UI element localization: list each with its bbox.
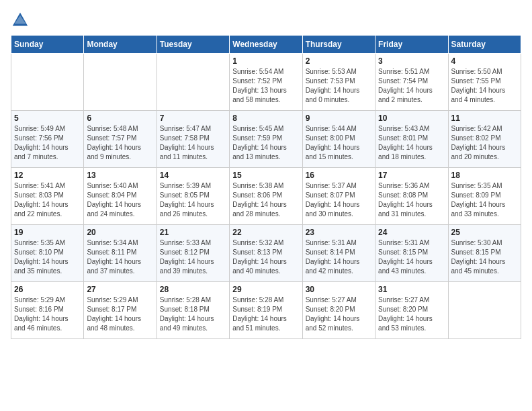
day-content: Sunrise: 5:27 AM Sunset: 8:20 PM Dayligh…: [306, 295, 372, 333]
day-content: Sunrise: 5:49 AM Sunset: 7:56 PM Dayligh…: [14, 124, 81, 162]
day-content: Sunrise: 5:37 AM Sunset: 8:07 PM Dayligh…: [306, 181, 372, 219]
header: [11, 11, 521, 30]
day-content: Sunrise: 5:29 AM Sunset: 8:17 PM Dayligh…: [87, 295, 153, 333]
calendar-cell: 23Sunrise: 5:31 AM Sunset: 8:14 PM Dayli…: [302, 225, 375, 282]
calendar-cell: 2Sunrise: 5:53 AM Sunset: 7:53 PM Daylig…: [302, 54, 375, 111]
day-number: 22: [232, 228, 299, 237]
calendar-cell: 31Sunrise: 5:27 AM Sunset: 8:20 PM Dayli…: [375, 282, 448, 339]
header-day-thursday: Thursday: [302, 36, 375, 54]
calendar-cell: [84, 54, 157, 111]
day-number: 14: [160, 171, 226, 180]
day-number: 18: [451, 171, 518, 180]
calendar-cell: 29Sunrise: 5:28 AM Sunset: 8:19 PM Dayli…: [230, 282, 302, 339]
day-number: 13: [87, 171, 153, 180]
calendar-cell: 10Sunrise: 5:43 AM Sunset: 8:01 PM Dayli…: [375, 111, 448, 168]
day-content: Sunrise: 5:31 AM Sunset: 8:14 PM Dayligh…: [306, 238, 372, 276]
day-content: Sunrise: 5:33 AM Sunset: 8:12 PM Dayligh…: [160, 238, 226, 276]
calendar-cell: [11, 54, 84, 111]
calendar-cell: 15Sunrise: 5:38 AM Sunset: 8:06 PM Dayli…: [230, 168, 302, 225]
calendar-cell: 22Sunrise: 5:32 AM Sunset: 8:13 PM Dayli…: [230, 225, 302, 282]
day-number: 9: [306, 113, 372, 123]
day-content: Sunrise: 5:32 AM Sunset: 8:13 PM Dayligh…: [232, 238, 299, 276]
day-number: 10: [378, 113, 445, 123]
calendar-cell: 24Sunrise: 5:31 AM Sunset: 8:15 PM Dayli…: [375, 225, 448, 282]
header-day-monday: Monday: [84, 36, 157, 54]
day-number: 2: [306, 56, 372, 66]
day-content: Sunrise: 5:34 AM Sunset: 8:11 PM Dayligh…: [87, 238, 153, 276]
day-number: 12: [14, 171, 81, 180]
header-day-friday: Friday: [375, 36, 448, 54]
calendar-cell: 19Sunrise: 5:35 AM Sunset: 8:10 PM Dayli…: [11, 225, 84, 282]
week-row-4: 19Sunrise: 5:35 AM Sunset: 8:10 PM Dayli…: [11, 225, 521, 282]
calendar-cell: 21Sunrise: 5:33 AM Sunset: 8:12 PM Dayli…: [157, 225, 229, 282]
day-number: 23: [306, 228, 372, 237]
day-content: Sunrise: 5:28 AM Sunset: 8:18 PM Dayligh…: [160, 295, 226, 333]
day-number: 4: [451, 56, 518, 66]
day-number: 29: [232, 285, 299, 294]
day-content: Sunrise: 5:48 AM Sunset: 7:57 PM Dayligh…: [87, 124, 153, 162]
calendar-cell: 8Sunrise: 5:45 AM Sunset: 7:59 PM Daylig…: [230, 111, 302, 168]
day-number: 24: [378, 228, 445, 237]
week-row-1: 1Sunrise: 5:54 AM Sunset: 7:52 PM Daylig…: [11, 54, 521, 111]
logo: [11, 11, 32, 30]
week-row-3: 12Sunrise: 5:41 AM Sunset: 8:03 PM Dayli…: [11, 168, 521, 225]
day-content: Sunrise: 5:42 AM Sunset: 8:02 PM Dayligh…: [451, 124, 518, 162]
header-day-wednesday: Wednesday: [230, 36, 302, 54]
day-content: Sunrise: 5:28 AM Sunset: 8:19 PM Dayligh…: [232, 295, 299, 333]
day-number: 21: [160, 228, 226, 237]
day-content: Sunrise: 5:54 AM Sunset: 7:52 PM Dayligh…: [232, 67, 299, 105]
day-content: Sunrise: 5:47 AM Sunset: 7:58 PM Dayligh…: [160, 124, 226, 162]
calendar-cell: 28Sunrise: 5:28 AM Sunset: 8:18 PM Dayli…: [157, 282, 229, 339]
day-content: Sunrise: 5:38 AM Sunset: 8:06 PM Dayligh…: [232, 181, 299, 219]
day-number: 5: [14, 113, 81, 123]
day-number: 17: [378, 171, 445, 180]
calendar-cell: 18Sunrise: 5:35 AM Sunset: 8:09 PM Dayli…: [448, 168, 521, 225]
calendar-cell: 7Sunrise: 5:47 AM Sunset: 7:58 PM Daylig…: [157, 111, 229, 168]
day-number: 7: [160, 113, 226, 123]
logo-icon: [11, 11, 30, 30]
day-content: Sunrise: 5:41 AM Sunset: 8:03 PM Dayligh…: [14, 181, 81, 219]
day-number: 11: [451, 113, 518, 123]
header-row: SundayMondayTuesdayWednesdayThursdayFrid…: [11, 36, 521, 54]
calendar-cell: 16Sunrise: 5:37 AM Sunset: 8:07 PM Dayli…: [302, 168, 375, 225]
calendar-cell: 12Sunrise: 5:41 AM Sunset: 8:03 PM Dayli…: [11, 168, 84, 225]
day-content: Sunrise: 5:30 AM Sunset: 8:15 PM Dayligh…: [451, 238, 518, 276]
header-day-saturday: Saturday: [448, 36, 521, 54]
day-content: Sunrise: 5:27 AM Sunset: 8:20 PM Dayligh…: [378, 295, 445, 333]
day-content: Sunrise: 5:45 AM Sunset: 7:59 PM Dayligh…: [232, 124, 299, 162]
header-day-sunday: Sunday: [11, 36, 84, 54]
day-content: Sunrise: 5:39 AM Sunset: 8:05 PM Dayligh…: [160, 181, 226, 219]
calendar-cell: 4Sunrise: 5:50 AM Sunset: 7:55 PM Daylig…: [448, 54, 521, 111]
calendar-cell: 13Sunrise: 5:40 AM Sunset: 8:04 PM Dayli…: [84, 168, 157, 225]
day-content: Sunrise: 5:44 AM Sunset: 8:00 PM Dayligh…: [306, 124, 372, 162]
day-number: 31: [378, 285, 445, 294]
calendar-cell: 3Sunrise: 5:51 AM Sunset: 7:54 PM Daylig…: [375, 54, 448, 111]
day-number: 3: [378, 56, 445, 66]
day-number: 15: [232, 171, 299, 180]
day-number: 8: [232, 113, 299, 123]
calendar-cell: 14Sunrise: 5:39 AM Sunset: 8:05 PM Dayli…: [157, 168, 229, 225]
day-number: 30: [306, 285, 372, 294]
calendar-cell: 26Sunrise: 5:29 AM Sunset: 8:16 PM Dayli…: [11, 282, 84, 339]
week-row-5: 26Sunrise: 5:29 AM Sunset: 8:16 PM Dayli…: [11, 282, 521, 339]
day-number: 25: [451, 228, 518, 237]
day-content: Sunrise: 5:40 AM Sunset: 8:04 PM Dayligh…: [87, 181, 153, 219]
week-row-2: 5Sunrise: 5:49 AM Sunset: 7:56 PM Daylig…: [11, 111, 521, 168]
day-number: 19: [14, 228, 81, 237]
day-number: 6: [87, 113, 153, 123]
day-content: Sunrise: 5:35 AM Sunset: 8:09 PM Dayligh…: [451, 181, 518, 219]
calendar-table: SundayMondayTuesdayWednesdayThursdayFrid…: [11, 35, 521, 339]
calendar-cell: 20Sunrise: 5:34 AM Sunset: 8:11 PM Dayli…: [84, 225, 157, 282]
calendar-cell: 17Sunrise: 5:36 AM Sunset: 8:08 PM Dayli…: [375, 168, 448, 225]
day-number: 27: [87, 285, 153, 294]
calendar-cell: 6Sunrise: 5:48 AM Sunset: 7:57 PM Daylig…: [84, 111, 157, 168]
day-content: Sunrise: 5:51 AM Sunset: 7:54 PM Dayligh…: [378, 67, 445, 105]
calendar-cell: 5Sunrise: 5:49 AM Sunset: 7:56 PM Daylig…: [11, 111, 84, 168]
day-content: Sunrise: 5:31 AM Sunset: 8:15 PM Dayligh…: [378, 238, 445, 276]
calendar-cell: 30Sunrise: 5:27 AM Sunset: 8:20 PM Dayli…: [302, 282, 375, 339]
day-content: Sunrise: 5:43 AM Sunset: 8:01 PM Dayligh…: [378, 124, 445, 162]
calendar-cell: [448, 282, 521, 339]
header-day-tuesday: Tuesday: [157, 36, 229, 54]
calendar-cell: 1Sunrise: 5:54 AM Sunset: 7:52 PM Daylig…: [230, 54, 302, 111]
day-number: 26: [14, 285, 81, 294]
